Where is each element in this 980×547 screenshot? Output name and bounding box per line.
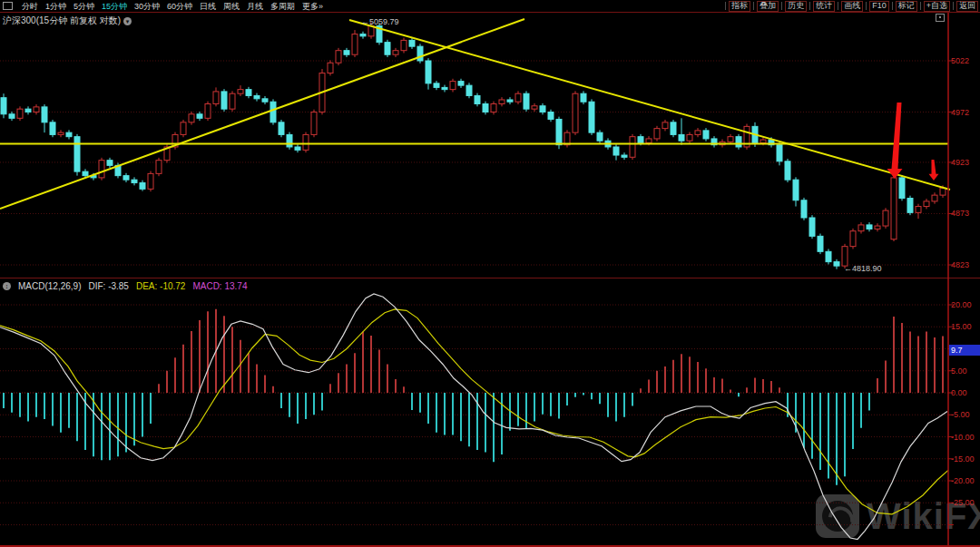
period-tab-5min[interactable]: 5分钟 <box>74 1 94 12</box>
period-tab-multi[interactable]: 多周期 <box>270 1 295 12</box>
candle-body <box>883 210 888 226</box>
toolbar-divider <box>809 2 810 10</box>
overlay-button[interactable]: 叠加 <box>757 1 779 12</box>
candle-body <box>197 114 202 119</box>
toolbar-divider <box>838 2 838 10</box>
candle-body <box>899 178 905 199</box>
indicator-button[interactable]: 指标 <box>729 1 750 12</box>
macd-macd-value: MACD: 13.74 <box>192 281 247 291</box>
candle-body <box>9 114 15 119</box>
window-icon[interactable] <box>3 2 13 10</box>
candle-body <box>238 90 243 94</box>
candle-body <box>409 40 415 46</box>
back-button[interactable]: 返回 <box>956 1 978 12</box>
candle-body <box>287 134 292 147</box>
candle-body <box>107 161 113 166</box>
pane-corner-icon[interactable] <box>936 14 945 22</box>
candle-body <box>450 82 456 90</box>
candle-body <box>213 92 219 104</box>
macd-axis-label: -20.00 <box>951 476 975 485</box>
candle-body <box>581 93 586 102</box>
price-axis-label: 4923 <box>951 158 969 167</box>
period-tab-fenshi[interactable]: 分时 <box>22 1 38 12</box>
candle-body <box>148 173 153 189</box>
high-price-annotation: ←5059.79 <box>361 17 399 26</box>
period-tab-monthly[interactable]: 月线 <box>247 1 263 12</box>
draw-line-button[interactable]: 画线 <box>841 1 863 12</box>
candle-body <box>401 40 407 50</box>
candle-body <box>646 139 652 143</box>
candle-body <box>687 134 692 141</box>
candle-body <box>907 199 913 213</box>
tool-button-bar: 指标 叠加 历史 统计 画线 F10 标记 +自选 返回 <box>724 1 980 12</box>
candle-body <box>344 51 349 55</box>
period-tab-1min[interactable]: 1分钟 <box>45 1 66 12</box>
candle-body <box>328 63 333 73</box>
candle-body <box>850 231 856 247</box>
candle-body <box>524 93 529 109</box>
annotation-arrow-down[interactable] <box>887 103 903 179</box>
candle-body <box>17 109 23 118</box>
candle-body <box>466 85 472 95</box>
candle-body <box>818 236 823 251</box>
low-price-annotation: ←4818.90 <box>844 264 882 273</box>
candle-body <box>801 200 807 218</box>
toolbar-divider <box>781 2 782 10</box>
candle-body <box>548 112 554 120</box>
candle-body <box>638 137 643 143</box>
candle-body <box>630 137 635 158</box>
macd-dea-value: DEA: -10.72 <box>136 281 185 291</box>
candle-body <box>458 82 464 86</box>
add-watchlist-button[interactable]: +自选 <box>924 1 950 12</box>
candle-body <box>475 95 480 103</box>
candle-body <box>777 145 782 161</box>
history-button[interactable]: 历史 <box>785 1 807 12</box>
f10-button[interactable]: F10 <box>869 1 889 12</box>
macd-indicator-name: MACD(12,26,9) <box>18 281 81 291</box>
candle-body <box>826 251 831 261</box>
candle-body <box>25 109 31 112</box>
candle-body <box>891 178 897 239</box>
statistics-button[interactable]: 统计 <box>813 1 835 12</box>
mark-button[interactable]: 标记 <box>896 1 917 12</box>
annotation-arrow-down[interactable] <box>929 160 939 181</box>
macd-axis-label: 15.00 <box>951 322 972 331</box>
candle-body <box>654 129 660 139</box>
indicator-toggle-icon[interactable]: ↕ <box>3 282 11 290</box>
period-tab-weekly[interactable]: 周线 <box>223 1 240 12</box>
candle-body <box>99 161 104 178</box>
title-dropdown-icon[interactable]: ▾ <box>123 17 132 25</box>
candle-body <box>671 122 676 135</box>
candle-body <box>140 183 145 190</box>
candle-body <box>728 137 733 142</box>
candle-body <box>295 147 300 150</box>
price-axis-label: 5022 <box>951 56 969 65</box>
macd-axis-label: 0.00 <box>951 388 967 397</box>
candle-body <box>491 103 496 112</box>
period-tab-daily[interactable]: 日线 <box>200 1 216 12</box>
candle-body <box>736 137 741 147</box>
macd-axis-label: -5.00 <box>951 410 970 419</box>
candle-body <box>417 46 423 61</box>
macd-value-badge: 9.7 <box>949 345 980 356</box>
price-axis-label: 4873 <box>951 209 969 218</box>
toolbar-divider <box>753 2 754 10</box>
chart-canvas[interactable] <box>0 0 980 547</box>
toolbar-divider <box>953 2 954 10</box>
candle-body <box>916 207 921 213</box>
candle-body <box>270 102 276 122</box>
period-tab-60min[interactable]: 60分钟 <box>167 1 192 12</box>
period-tab-15min-active[interactable]: 15分钟 <box>102 1 127 12</box>
period-tab-more[interactable]: 更多» <box>302 1 323 12</box>
candle-body <box>924 201 929 207</box>
toolbar-divider <box>920 2 921 10</box>
candle-body <box>515 93 521 102</box>
period-tab-30min[interactable]: 30分钟 <box>134 1 160 12</box>
candle-body <box>867 225 872 230</box>
candle-body <box>875 226 880 229</box>
candle-body <box>589 102 594 132</box>
trendline-falling-resistance[interactable] <box>349 20 950 190</box>
candle-body <box>556 119 562 144</box>
candle-body <box>940 188 946 195</box>
macd-axis-label: -10.00 <box>951 433 975 442</box>
